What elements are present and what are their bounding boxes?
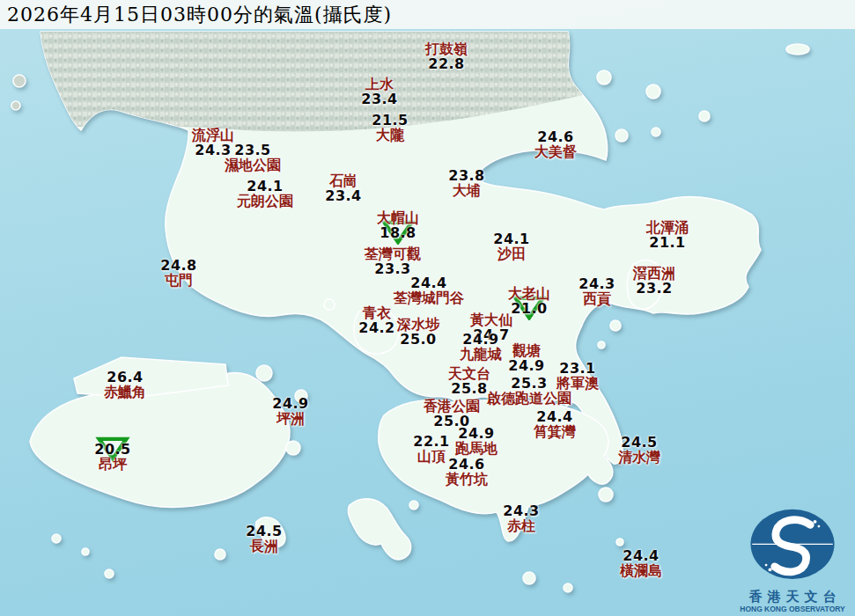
station-label: 赤柱 [455,518,587,533]
station-坪洲: 24.9坪洲 [225,396,357,426]
station-temperature: 23.5 [187,143,319,158]
logo-name-en: HONG KONG OBSERVATORY [733,605,851,614]
station-temperature: 24.1 [446,231,578,246]
station-temperature: 24.4 [489,409,621,424]
station-temperature: 24.3 [455,503,587,518]
station-label: 清水灣 [573,450,705,465]
station-label: 坪洲 [225,411,357,426]
station-label: 濕地公園 [187,158,319,172]
station-長洲: 24.5長洲 [198,524,330,554]
station-temperature: 22.1 [365,434,498,449]
station-赤鱲角: 26.4赤鱲角 [59,370,191,400]
station-label: 大美督 [490,144,622,159]
station-北潭涌: 北潭涌21.1 [601,220,733,250]
station-temperature: 24.6 [401,457,533,472]
station-大帽山: 大帽山18.8 [332,210,464,240]
station-temperature: 24.9 [225,396,357,411]
station-濕地公園: 23.5濕地公園 [187,143,319,172]
station-temperature: 21.1 [601,235,733,250]
station-temperature: 20.5 [47,442,179,457]
station-上水: 上水23.4 [313,77,446,106]
station-label: 上水 [313,77,446,92]
station-label: 沙田 [446,246,578,261]
station-temperature: 24.6 [490,129,622,144]
station-label: 觀塘 [461,343,593,358]
station-大美督: 24.6大美督 [490,129,622,159]
station-label: 赤鱲角 [59,385,191,400]
stations-layer: 打鼓嶺22.8上水23.421.5大隴流浮山24.323.5濕地公園24.6大美… [0,0,855,616]
station-label: 大老山 [463,286,595,301]
station-label: 大埔 [401,183,533,198]
station-temperature: 24.4 [575,548,707,563]
station-label: 長洲 [198,539,330,554]
station-label: 北潭涌 [601,220,733,235]
station-temperature: 22.8 [380,56,512,71]
station-temperature: 23.8 [401,168,533,183]
station-temperature: 23.4 [313,92,446,106]
station-temperature: 24.1 [199,179,331,194]
observatory-logo-icon [741,508,844,585]
station-清水灣: 24.5清水灣 [573,435,705,465]
station-大隴: 21.5大隴 [324,113,456,143]
station-label: 大隴 [324,128,456,143]
station-label: 深水埗 [352,317,484,332]
station-label: 屯門 [113,273,245,288]
station-label: 流浮山 [147,128,279,143]
station-temperature: 26.4 [59,370,191,385]
hko-temperature-map-screen: 打鼓嶺22.8上水23.421.5大隴流浮山24.323.5濕地公園24.6大美… [0,0,855,616]
station-temperature: 18.8 [332,225,464,240]
station-label: 大帽山 [332,210,464,225]
station-昂坪: 20.5昂坪 [47,442,179,472]
station-橫瀾島: 24.4橫瀾島 [575,548,707,578]
map-title: 2026年4月15日03時00分的氣溫(攝氏度) [0,0,855,29]
station-temperature: 21.5 [324,113,456,128]
station-label: 打鼓嶺 [380,41,512,56]
station-temperature: 24.5 [198,524,330,539]
station-大埔: 23.8大埔 [401,168,533,198]
station-赤柱: 24.3赤柱 [455,503,587,533]
station-temperature: 24.8 [113,258,245,273]
station-temperature: 24.5 [573,435,705,450]
station-label: 黃竹坑 [401,472,533,487]
station-沙田: 24.1沙田 [446,231,578,261]
station-黃竹坑: 24.6黃竹坑 [401,457,533,487]
station-label: 荃灣可觀 [327,246,459,261]
station-屯門: 24.8屯門 [113,258,245,288]
station-元朗公園: 24.1元朗公園 [199,179,331,209]
station-label: 橫瀾島 [575,563,707,578]
station-label: 昂坪 [47,457,179,472]
logo-name-zh: 香港天文台 [733,589,851,605]
station-temperature: 25.3 [463,376,595,391]
hko-logo: 香港天文台 HONG KONG OBSERVATORY [733,508,851,614]
station-label: 元朗公園 [199,194,331,209]
station-打鼓嶺: 打鼓嶺22.8 [380,41,512,71]
station-荃灣可觀: 荃灣可觀23.3 [327,246,459,276]
